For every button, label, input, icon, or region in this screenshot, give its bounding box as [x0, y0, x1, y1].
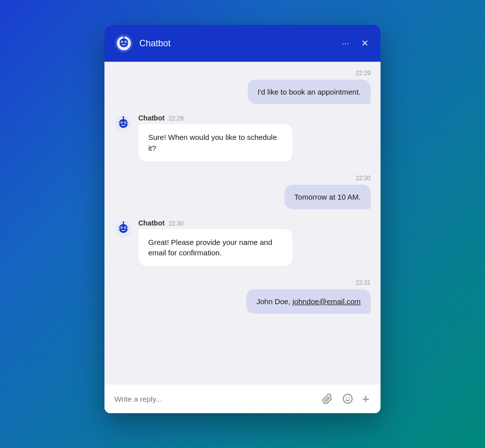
bot-avatar-small-2-icon: [114, 220, 132, 238]
emoji-button[interactable]: [341, 392, 354, 405]
svg-point-29: [118, 227, 120, 229]
svg-point-20: [127, 122, 129, 124]
header-actions: ··· ✕: [340, 38, 371, 49]
svg-point-32: [346, 397, 347, 398]
user-bubble-3: John Doe, johndoe@email.com: [246, 289, 371, 314]
chat-messages: 22:29 I'd like to book an appointment.: [104, 62, 381, 384]
user-bubble-1: I'd like to book an appointment.: [248, 80, 371, 104]
bot-bubble-2: Great! Please provide your name and emai…: [138, 229, 292, 267]
svg-point-19: [118, 122, 120, 124]
svg-point-5: [121, 41, 122, 42]
svg-point-9: [118, 42, 120, 44]
add-icon: +: [362, 392, 370, 405]
reply-input[interactable]: [114, 395, 314, 403]
add-button[interactable]: +: [361, 391, 371, 406]
close-button[interactable]: ✕: [359, 38, 371, 49]
svg-point-2: [119, 38, 128, 47]
timestamp-1: 22:29: [114, 70, 371, 77]
svg-point-33: [349, 397, 350, 398]
bot-name-2: Chatbot: [138, 219, 165, 227]
emoji-icon: [342, 393, 353, 404]
header-left: Chatbot: [114, 34, 171, 53]
user-bubble-2: Tomorrow at 10 AM.: [285, 185, 371, 209]
svg-point-18: [122, 116, 124, 118]
bot-time-1: 22:29: [169, 115, 184, 122]
svg-point-16: [124, 122, 125, 123]
chat-title: Chatbot: [139, 38, 171, 49]
svg-point-12: [119, 119, 128, 128]
bot-message-1-content: Chatbot 22:29 Sure! When would you like …: [138, 114, 292, 162]
bot-avatar-icon: [114, 34, 133, 53]
attach-button[interactable]: [321, 392, 334, 405]
svg-point-26: [124, 226, 125, 227]
bot-message-1: Chatbot 22:29 Sure! When would you like …: [114, 114, 371, 162]
chat-header: Chatbot ··· ✕: [104, 25, 381, 62]
svg-point-8: [123, 35, 124, 37]
bot-message-2-content: Chatbot 22:30 Great! Please provide your…: [138, 219, 292, 267]
svg-point-31: [343, 394, 352, 403]
timestamp-3: 22:31: [114, 279, 371, 286]
chat-window: Chatbot ··· ✕ 22:29 I'd like to book an …: [104, 25, 381, 413]
bot-name-1: Chatbot: [138, 114, 165, 122]
bot-bubble-1: Sure! When would you like to schedule it…: [138, 124, 292, 162]
svg-point-15: [121, 122, 122, 123]
bot-message-2: Chatbot 22:30 Great! Please provide your…: [114, 219, 371, 267]
bot-time-2: 22:30: [169, 220, 184, 227]
svg-point-30: [127, 227, 129, 229]
svg-point-22: [119, 224, 128, 233]
bot-avatar-small-icon: [114, 115, 132, 133]
paperclip-icon: [322, 393, 333, 404]
timestamp-2: 22:30: [114, 175, 371, 182]
svg-point-25: [121, 226, 122, 227]
email-link: johndoe@email.com: [292, 297, 361, 306]
svg-point-28: [122, 221, 124, 223]
more-button[interactable]: ···: [340, 38, 351, 49]
svg-point-6: [125, 41, 126, 42]
chat-input-area: +: [104, 384, 381, 413]
svg-point-10: [127, 42, 129, 44]
